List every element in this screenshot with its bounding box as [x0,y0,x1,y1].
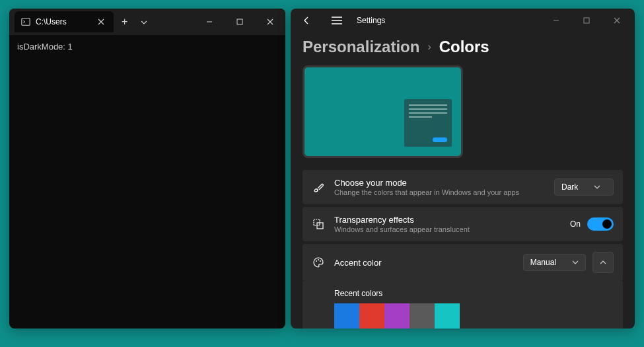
svg-point-7 [320,260,321,262]
chevron-right-icon: › [427,41,431,53]
terminal-tab-title: C:\Users [36,17,90,26]
choose-mode-row[interactable]: Choose your mode Change the colors that … [303,170,623,204]
transparency-toggle-state: On [570,219,581,229]
color-swatch[interactable] [334,303,359,328]
transparency-row[interactable]: Transparency effects Windows and surface… [303,207,623,241]
svg-rect-1 [237,19,242,24]
toggle-knob [602,219,612,229]
svg-point-6 [318,259,319,260]
settings-window: Settings Personalization › Colors [291,9,635,328]
minimize-button[interactable] [541,9,571,32]
choose-mode-label: Choose your mode [334,178,545,188]
recent-colors-label: Recent colors [334,289,591,298]
terminal-window: C:\Users + isDarkMode: 1 [9,9,285,328]
recent-colors-row [334,303,591,328]
terminal-icon [21,17,30,26]
color-swatch[interactable] [435,303,460,328]
terminal-tab[interactable]: C:\Users [15,11,114,32]
settings-app-title: Settings [357,16,385,25]
close-button[interactable] [602,9,632,32]
close-button[interactable] [255,9,285,35]
tab-dropdown-button[interactable] [135,19,153,26]
color-preview-thumbnail [303,65,463,158]
transparency-desc: Windows and surfaces appear translucent [334,225,561,233]
back-button[interactable] [293,9,320,32]
tab-close-button[interactable] [95,17,107,27]
breadcrumb: Personalization › Colors [303,38,623,56]
transparency-icon [312,217,325,231]
brush-icon [312,180,325,194]
palette-icon [312,256,325,269]
accent-color-row[interactable]: Accent color Manual [303,244,623,281]
maximize-button[interactable] [571,9,602,32]
expand-collapse-button[interactable] [592,252,614,273]
breadcrumb-parent[interactable]: Personalization [303,38,419,56]
color-swatch[interactable] [410,303,435,328]
maximize-button[interactable] [225,9,255,35]
settings-content: Personalization › Colors Choose your mod… [291,32,635,328]
mode-dropdown-value: Dark [561,182,578,192]
settings-window-controls [541,9,632,32]
terminal-window-controls [194,9,285,35]
transparency-toggle[interactable] [587,217,614,231]
choose-mode-desc: Change the colors that appear in Windows… [334,188,545,196]
svg-rect-2 [584,18,589,23]
color-swatch[interactable] [384,303,410,328]
mode-dropdown[interactable]: Dark [554,178,614,196]
transparency-label: Transparency effects [334,215,561,225]
accent-dropdown[interactable]: Manual [523,254,586,271]
terminal-titlebar: C:\Users + [9,9,285,35]
accent-color-label: Accent color [334,258,514,268]
hamburger-menu-button[interactable] [324,9,350,32]
chevron-down-icon [594,184,600,190]
breadcrumb-current: Colors [439,38,489,56]
chevron-down-icon [572,259,579,266]
minimize-button[interactable] [194,9,225,35]
svg-rect-0 [22,19,30,26]
new-tab-button[interactable]: + [114,16,135,28]
color-swatch[interactable] [359,303,384,328]
accent-expanded-section: Recent colors [303,281,623,328]
terminal-output[interactable]: isDarkMode: 1 [9,35,285,58]
accent-dropdown-value: Manual [530,258,556,267]
settings-titlebar: Settings [291,9,635,32]
svg-point-5 [316,260,317,262]
preview-window-mini [404,99,452,147]
terminal-line: isDarkMode: 1 [17,42,277,52]
